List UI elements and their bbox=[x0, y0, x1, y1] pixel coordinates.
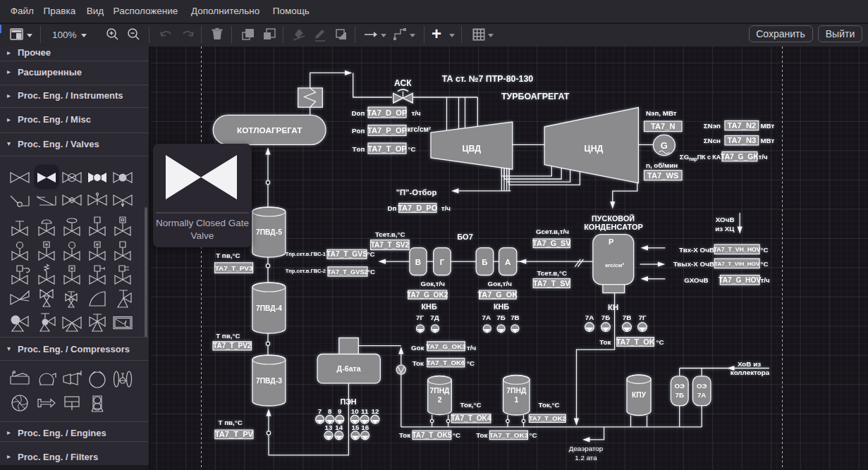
svg-text:"П"-Отбор: "П"-Отбор bbox=[396, 188, 437, 197]
svg-text:Ток,°С: Ток,°С bbox=[460, 401, 482, 409]
svg-text:Gок,т/ч: Gок,т/ч bbox=[488, 280, 513, 287]
svg-text:TA7_T_OP: TA7_T_OP bbox=[367, 144, 407, 153]
svg-text:°C: °C bbox=[408, 145, 416, 153]
svg-text:ПУСКОВОЙ: ПУСКОВОЙ bbox=[592, 214, 635, 223]
svg-text:Gок,т/ч: Gок,т/ч bbox=[421, 280, 446, 287]
svg-text:TA7_T_PV3: TA7_T_PV3 bbox=[215, 264, 253, 272]
svg-text:°С: °С bbox=[761, 246, 769, 254]
svg-text:°C: °C bbox=[367, 250, 375, 258]
svg-text:коллектора: коллектора bbox=[731, 369, 770, 376]
svg-text:Тпр.сет.в.ГВС-1: Тпр.сет.в.ГВС-1 bbox=[286, 251, 326, 257]
svg-text:TA7_T_OK6: TA7_T_OK6 bbox=[427, 359, 465, 366]
svg-text:ОЭ: ОЭ bbox=[674, 382, 685, 390]
svg-text:ТУРБОАГРЕГАТ: ТУРБОАГРЕГАТ bbox=[501, 92, 570, 101]
svg-text:ЦНД: ЦНД bbox=[585, 144, 604, 154]
svg-text:т/ч: т/ч bbox=[467, 344, 477, 352]
svg-text:°C: °C bbox=[467, 359, 475, 367]
svg-text:9: 9 bbox=[338, 407, 342, 415]
svg-text:14: 14 bbox=[335, 423, 343, 431]
svg-text:TA7_N: TA7_N bbox=[651, 122, 676, 130]
svg-text:TA7_D_PO: TA7_D_PO bbox=[398, 204, 437, 212]
svg-text:КНБ: КНБ bbox=[494, 302, 509, 311]
svg-text:7ПВД-3: 7ПВД-3 bbox=[256, 377, 282, 385]
svg-text:°C: °C bbox=[530, 431, 537, 439]
svg-text:TA7_G_HOV: TA7_G_HOV bbox=[719, 276, 761, 284]
svg-text:10: 10 bbox=[351, 407, 359, 415]
svg-text:Ток: Ток bbox=[412, 359, 424, 367]
svg-text:GХОчВ: GХОчВ bbox=[684, 276, 708, 284]
svg-text:ΣNсн: ΣNсн bbox=[704, 137, 721, 144]
svg-text:7А: 7А bbox=[482, 314, 491, 321]
svg-text:TA7_G_OK: TA7_G_OK bbox=[478, 290, 518, 299]
svg-text:TA7_T_SV: TA7_T_SV bbox=[533, 279, 570, 287]
svg-text:КН: КН bbox=[608, 303, 618, 311]
svg-text:МВт: МВт bbox=[760, 122, 774, 130]
svg-text:Ток: Ток bbox=[476, 431, 487, 439]
svg-text:т/ч: т/ч bbox=[412, 109, 422, 117]
svg-text:G: G bbox=[661, 140, 668, 151]
svg-text:Р: Р bbox=[609, 237, 613, 246]
svg-text:КОТЛОАГРЕГАТ: КОТЛОАГРЕГАТ bbox=[237, 125, 302, 135]
svg-text:ХОчВ: ХОчВ bbox=[716, 216, 735, 223]
svg-text:TA7_T_OK: TA7_T_OK bbox=[616, 338, 655, 346]
svg-text:т/ч: т/ч bbox=[759, 153, 769, 161]
svg-text:7Г: 7Г bbox=[638, 314, 646, 321]
svg-text:15: 15 bbox=[351, 423, 359, 431]
svg-text:TA7_T_SV2: TA7_T_SV2 bbox=[371, 241, 410, 249]
svg-text:TA7_T_GVS: TA7_T_GVS bbox=[326, 250, 367, 258]
svg-text:Т пв,°С: Т пв,°С bbox=[216, 252, 240, 259]
svg-text:Pоп: Pоп bbox=[352, 127, 365, 135]
svg-text:Ток: Ток bbox=[599, 338, 611, 346]
svg-text:Д-6ата: Д-6ата bbox=[337, 364, 362, 373]
svg-text:Tоп: Tоп bbox=[353, 145, 365, 153]
svg-text:TA7_N3: TA7_N3 bbox=[727, 136, 756, 144]
svg-text:кгс/см²: кгс/см² bbox=[605, 262, 624, 268]
svg-text:кгс/см²: кгс/см² bbox=[408, 125, 432, 133]
svg-text:БО7: БО7 bbox=[457, 233, 473, 241]
svg-text:7А: 7А bbox=[585, 314, 594, 321]
svg-text:7ПВД-5: 7ПВД-5 bbox=[256, 228, 282, 236]
svg-text:7ПНД: 7ПНД bbox=[430, 387, 451, 395]
svg-text:7Г: 7Г bbox=[416, 314, 424, 321]
svg-text:ПЭН: ПЭН bbox=[340, 397, 356, 406]
svg-text:ОЭ: ОЭ bbox=[697, 382, 707, 390]
svg-text:7Б: 7Б bbox=[675, 391, 684, 399]
svg-text:Ток: Ток bbox=[399, 431, 410, 439]
svg-text:TA7_T_PV2: TA7_T_PV2 bbox=[213, 342, 252, 350]
svg-text:Nэп, МВт: Nэп, МВт bbox=[646, 109, 677, 117]
svg-text:TA7_N2: TA7_N2 bbox=[727, 121, 756, 130]
svg-text:ЦВД: ЦВД bbox=[462, 144, 481, 154]
svg-text:Т пв,°С: Т пв,°С bbox=[216, 332, 240, 340]
svg-text:°C: °C bbox=[656, 338, 664, 346]
svg-text:МВт: МВт bbox=[760, 137, 774, 144]
svg-text:Ток,°С: Ток,°С bbox=[539, 401, 560, 409]
svg-text:ТА ст. №7 ПТР-80-130: ТА ст. №7 ПТР-80-130 bbox=[442, 74, 534, 84]
svg-text:КОНДЕНСАТОР: КОНДЕНСАТОР bbox=[584, 223, 643, 231]
svg-text:TA7_WS: TA7_WS bbox=[647, 171, 679, 180]
svg-text:7ПВД-4: 7ПВД-4 bbox=[256, 304, 282, 312]
svg-text:TA7_T_PV: TA7_T_PV bbox=[215, 430, 254, 438]
svg-text:т/ч: т/ч bbox=[441, 204, 451, 212]
svg-text:7ПНД: 7ПНД bbox=[506, 387, 527, 395]
svg-text:Твых-Х ОчВ: Твых-Х ОчВ bbox=[673, 260, 714, 268]
svg-text:Б: Б bbox=[482, 258, 487, 266]
svg-text:из ХЦ: из ХЦ bbox=[715, 225, 735, 233]
svg-text:TA7_T_VH_HOV: TA7_T_VH_HOV bbox=[714, 246, 761, 253]
svg-text:Valve: Valve bbox=[191, 230, 214, 241]
svg-text:Gок: Gок bbox=[411, 344, 424, 352]
svg-text:TA7_G_GK: TA7_G_GK bbox=[721, 153, 759, 161]
svg-text:ΣGпарПК с КА: ΣGпарПК с КА bbox=[680, 153, 721, 162]
svg-text:TA7_G_OK2: TA7_G_OK2 bbox=[407, 291, 448, 299]
svg-text:°C: °C bbox=[453, 431, 460, 439]
svg-text:Dп: Dп bbox=[388, 204, 397, 212]
svg-text:7Б: 7Б bbox=[496, 314, 506, 321]
svg-text:7В: 7В bbox=[511, 314, 520, 321]
svg-text:Твх-Х ОчВ: Твх-Х ОчВ bbox=[679, 246, 714, 254]
svg-text:ΣNэп: ΣNэп bbox=[704, 122, 721, 130]
svg-text:TA7_G_SV: TA7_G_SV bbox=[532, 239, 571, 247]
svg-text:ХоВ из: ХоВ из bbox=[738, 360, 761, 368]
svg-text:TA7_T_OK3: TA7_T_OK3 bbox=[489, 431, 529, 439]
svg-text:Gсет.в,т/ч: Gсет.в,т/ч bbox=[536, 228, 569, 235]
svg-text:16: 16 bbox=[361, 423, 369, 431]
svg-text:TA7_D_OP: TA7_D_OP bbox=[367, 109, 408, 117]
